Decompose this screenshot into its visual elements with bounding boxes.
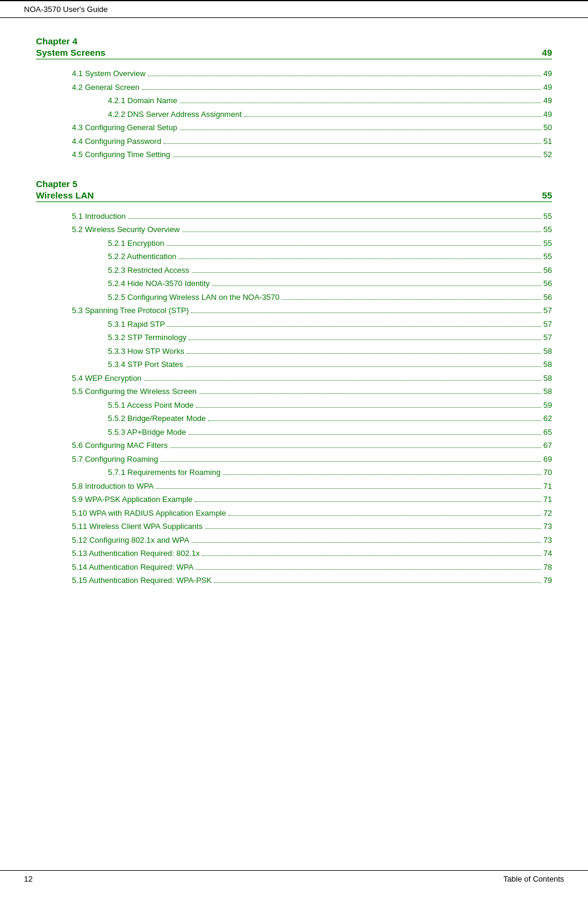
toc-label: 4.4 Configuring Password <box>72 136 161 148</box>
toc-page: 69 <box>544 453 552 465</box>
toc-dots <box>164 143 541 144</box>
toc-dots <box>192 542 541 543</box>
toc-entry: 4.2.1 Domain Name 49 <box>36 95 552 107</box>
toc-dots <box>223 474 541 475</box>
toc-page: 71 <box>544 480 552 492</box>
toc-label: 5.4 WEP Encryption <box>72 372 141 384</box>
toc-entry: 5.7 Configuring Roaming 69 <box>36 453 552 465</box>
header: NOA-3570 User's Guide <box>0 1 588 18</box>
toc-page: 49 <box>544 95 552 107</box>
toc-label: 5.3.3 How STP Works <box>108 345 184 357</box>
toc-page: 55 <box>544 251 552 263</box>
toc-label: 5.11 Wireless Client WPA Supplicants <box>72 521 203 533</box>
toc-label: 4.2 General Screen <box>72 82 140 94</box>
toc-page: 78 <box>544 561 552 573</box>
toc-entry: 5.5.2 Bridge/Repeater Mode 62 <box>36 413 552 425</box>
toc-label: 5.2.4 Hide NOA-3570 Identity <box>108 278 210 290</box>
chapter5-title-page: 55 <box>542 190 552 200</box>
chapter5-title-line: Wireless LAN 55 <box>36 190 552 202</box>
toc-entry: 5.12 Configuring 802.1x and WPA 73 <box>36 534 552 546</box>
toc-dots <box>156 488 541 489</box>
toc-label: 5.3.2 STP Terminology <box>108 332 186 344</box>
toc-label: 5.15 Authentication Required: WPA-PSK <box>72 575 212 587</box>
toc-dots <box>186 353 541 354</box>
toc-entry: 5.10 WPA with RADIUS Application Example… <box>36 507 552 519</box>
toc-page: 59 <box>544 399 552 411</box>
toc-entry: 5.11 Wireless Client WPA Supplicants 73 <box>36 521 552 533</box>
toc-page: 57 <box>544 318 552 330</box>
chapter4-heading: Chapter 4 <box>36 36 552 46</box>
toc-dots <box>161 461 541 462</box>
toc-entry: 5.3.4 STP Port States 58 <box>36 359 552 371</box>
toc-dots <box>148 76 541 76</box>
toc-page: 55 <box>544 224 552 236</box>
toc-label: 4.2.1 Domain Name <box>108 95 177 107</box>
toc-page: 55 <box>544 237 552 249</box>
toc-dots <box>186 366 541 367</box>
toc-page: 70 <box>544 467 552 479</box>
toc-page: 79 <box>544 575 552 587</box>
toc-label: 5.2.5 Configuring Wireless LAN on the NO… <box>108 291 279 303</box>
toc-entry: 5.2 Wireless Security Overview 55 <box>36 224 552 236</box>
toc-entry: 5.2.5 Configuring Wireless LAN on the NO… <box>36 291 552 303</box>
toc-entry: 5.2.4 Hide NOA-3570 Identity 56 <box>36 278 552 290</box>
toc-label: 5.3.1 Rapid STP <box>108 318 165 330</box>
toc-page: 67 <box>544 440 552 452</box>
toc-dots <box>282 299 541 300</box>
toc-entry: 5.9 WPA-PSK Application Example 71 <box>36 494 552 506</box>
toc-dots <box>144 380 541 381</box>
toc-label: 5.7 Configuring Roaming <box>72 453 158 465</box>
toc-label: 4.5 Configuring Time Setting <box>72 149 170 161</box>
toc-label: 5.6 Configuring MAC Filters <box>72 440 168 452</box>
toc-entry: 5.4 WEP Encryption 58 <box>36 372 552 384</box>
toc-dots <box>214 582 541 583</box>
toc-label: 5.13 Authentication Required: 802.1x <box>72 548 200 560</box>
toc-entry: 5.5.1 Access Point Mode 59 <box>36 399 552 411</box>
toc-entry: 5.14 Authentication Required: WPA 78 <box>36 561 552 573</box>
toc-label: 5.2.1 Encryption <box>108 237 164 249</box>
toc-entry: 5.6 Configuring MAC Filters 67 <box>36 440 552 452</box>
toc-label: 5.1 Introduction <box>72 211 126 223</box>
toc-label: 5.12 Configuring 802.1x and WPA <box>72 534 189 546</box>
toc-entry: 4.5 Configuring Time Setting 52 <box>36 149 552 161</box>
toc-dots <box>199 393 541 394</box>
toc-dots <box>196 569 541 570</box>
toc-entry: 5.15 Authentication Required: WPA-PSK 79 <box>36 575 552 587</box>
chapter4-title-page: 49 <box>542 47 552 58</box>
toc-entry: 5.3.1 Rapid STP 57 <box>36 318 552 330</box>
toc-entry: 5.8 Introduction to WPA 71 <box>36 480 552 492</box>
toc-dots <box>191 312 541 313</box>
toc-dots <box>192 272 541 273</box>
toc-page: 58 <box>544 372 552 384</box>
toc-label: 4.3 Configuring General Setup <box>72 122 177 134</box>
footer-page-number: 12 <box>24 874 32 883</box>
toc-label: 5.2.2 Authentication <box>108 251 176 263</box>
toc-dots <box>182 231 541 232</box>
toc-entry: 5.13 Authentication Required: 802.1x 74 <box>36 548 552 560</box>
toc-page: 52 <box>544 149 552 161</box>
toc-label: 5.5.2 Bridge/Repeater Mode <box>108 413 206 425</box>
toc-label: 5.14 Authentication Required: WPA <box>72 561 194 573</box>
toc-entry: 5.7.1 Requirements for Roaming 70 <box>36 467 552 479</box>
toc-dots <box>212 285 541 286</box>
toc-label: 5.7.1 Requirements for Roaming <box>108 467 221 479</box>
toc-page: 49 <box>544 68 552 80</box>
toc-label: 5.5 Configuring the Wireless Screen <box>72 386 197 398</box>
toc-page: 55 <box>544 211 552 223</box>
toc-page: 58 <box>544 386 552 398</box>
toc-label: 5.2 Wireless Security Overview <box>72 224 180 236</box>
content: Chapter 4 System Screens 49 4.1 System O… <box>0 18 588 641</box>
toc-page: 57 <box>544 332 552 344</box>
toc-page: 56 <box>544 278 552 290</box>
toc-page: 58 <box>544 345 552 357</box>
toc-entry: 5.3.2 STP Terminology 57 <box>36 332 552 344</box>
toc-entry: 4.1 System Overview 49 <box>36 68 552 80</box>
toc-label: 5.3.4 STP Port States <box>108 359 183 371</box>
chapter5-title-text: Wireless LAN <box>36 190 94 200</box>
toc-page: 71 <box>544 494 552 506</box>
toc-page: 62 <box>544 413 552 425</box>
toc-dots <box>228 515 541 516</box>
toc-entry: 5.3.3 How STP Works 58 <box>36 345 552 357</box>
toc-page: 74 <box>544 548 552 560</box>
toc-dots <box>167 326 541 327</box>
